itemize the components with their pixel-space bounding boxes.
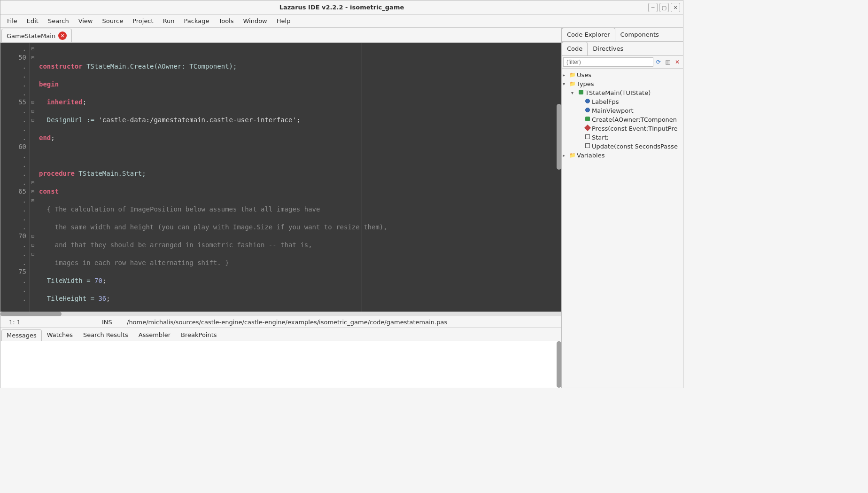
folder-icon <box>569 152 576 158</box>
tab-components[interactable]: Components <box>615 28 664 41</box>
menu-package[interactable]: Package <box>179 16 214 26</box>
bottom-tabs: Messages Watches Search Results Assemble… <box>0 328 561 341</box>
file-path: /home/michalis/sources/castle-engine/cas… <box>127 319 447 326</box>
tree-uses[interactable]: Uses <box>577 71 591 78</box>
subtab-directives[interactable]: Directives <box>588 42 628 55</box>
menu-project[interactable]: Project <box>128 16 158 26</box>
messages-scrollbar[interactable] <box>557 341 561 388</box>
minimize-button[interactable]: ─ <box>648 3 658 12</box>
fold-column[interactable]: ⊟⊟⊟⊟⊟⊟⊟⊟⊟⊟⊟ <box>30 43 36 312</box>
menu-edit[interactable]: Edit <box>22 16 43 26</box>
tree-class[interactable]: TStateMain(TUIState) <box>585 89 651 96</box>
close-filter-icon[interactable]: ✕ <box>673 57 682 67</box>
class-icon <box>579 90 583 94</box>
field-icon <box>585 99 590 103</box>
vertical-scrollbar[interactable] <box>557 43 561 312</box>
field-icon <box>585 108 590 112</box>
tree-labelfps[interactable]: LabelFps <box>592 98 619 105</box>
menu-help[interactable]: Help <box>272 16 295 26</box>
folder-icon <box>569 72 576 78</box>
tree-press[interactable]: Press(const Event:TInputPre <box>592 125 678 132</box>
filter-input[interactable] <box>563 57 653 67</box>
menu-file[interactable]: File <box>2 16 22 26</box>
tab-code-explorer[interactable]: Code Explorer <box>562 28 615 41</box>
editor-tabbar: GameStateMain ✕ <box>0 28 561 43</box>
tree-variables[interactable]: Variables <box>577 152 604 159</box>
close-button[interactable]: ✕ <box>671 3 680 12</box>
tab-search-results[interactable]: Search Results <box>78 329 133 341</box>
method-icon <box>585 134 590 139</box>
code-content[interactable]: constructor TStateMain.Create(AOwner: TC… <box>36 43 557 312</box>
tab-watches[interactable]: Watches <box>42 329 78 341</box>
main-window: Lazarus IDE v2.2.2 - isometric_game ─ ▢ … <box>0 0 683 388</box>
menubar: File Edit Search View Source Project Run… <box>0 15 683 28</box>
menu-run[interactable]: Run <box>158 16 179 26</box>
menu-window[interactable]: Window <box>238 16 271 26</box>
method-icon <box>585 143 590 148</box>
code-editor[interactable]: .50....55....60....65....70...75... ⊟⊟⊟⊟… <box>0 43 561 312</box>
tree-mainviewport[interactable]: MainViewport <box>592 107 634 114</box>
cursor-position: 1: 1 <box>4 319 98 326</box>
status-bar: 1: 1 INS /home/michalis/sources/castle-e… <box>0 316 561 328</box>
titlebar: Lazarus IDE v2.2.2 - isometric_game ─ ▢ … <box>0 0 683 15</box>
horizontal-scrollbar[interactable] <box>0 312 561 316</box>
tree-types[interactable]: Types <box>577 80 594 87</box>
maximize-button[interactable]: ▢ <box>659 3 669 12</box>
method-icon <box>585 117 590 121</box>
menu-tools[interactable]: Tools <box>214 16 238 26</box>
options-icon[interactable]: ▥ <box>664 57 672 67</box>
code-tree[interactable]: ▸Uses ▾Types ▾TStateMain(TUIState) Label… <box>562 69 683 388</box>
subtab-code[interactable]: Code <box>562 42 588 55</box>
tab-assembler[interactable]: Assembler <box>133 329 176 341</box>
right-margin-ruler <box>362 43 362 312</box>
tree-create[interactable]: Create(AOwner:TComponen <box>592 116 677 123</box>
insert-mode: INS <box>102 319 123 326</box>
editor-tab-label: GameStateMain <box>7 32 55 39</box>
close-icon[interactable]: ✕ <box>58 31 67 40</box>
folder-icon <box>569 81 576 87</box>
tab-breakpoints[interactable]: BreakPoints <box>176 329 222 341</box>
tree-start[interactable]: Start; <box>592 134 609 141</box>
gutter: .50....55....60....65....70...75... <box>0 43 30 312</box>
tree-update[interactable]: Update(const SecondsPasse <box>592 143 678 150</box>
editor-tab-active[interactable]: GameStateMain ✕ <box>1 29 72 42</box>
menu-search[interactable]: Search <box>43 16 74 26</box>
menu-view[interactable]: View <box>74 16 98 26</box>
refresh-icon[interactable]: ⟳ <box>654 57 663 67</box>
menu-source[interactable]: Source <box>97 16 128 26</box>
tab-messages[interactable]: Messages <box>1 329 42 341</box>
messages-panel <box>0 341 561 388</box>
side-panel: Code Explorer Components Code Directives… <box>562 28 683 388</box>
method-icon <box>584 125 591 131</box>
window-title: Lazarus IDE v2.2.2 - isometric_game <box>279 4 404 11</box>
